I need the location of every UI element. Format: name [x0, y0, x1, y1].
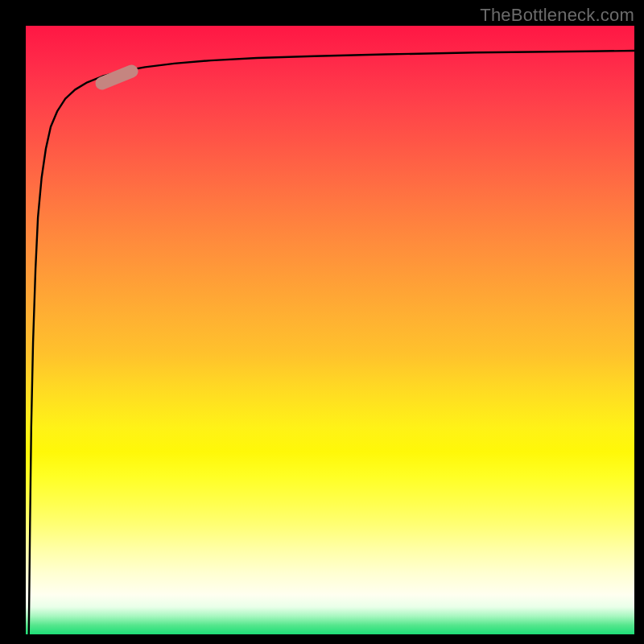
chart-stage: TheBottleneck.com — [0, 0, 644, 644]
attribution-text: TheBottleneck.com — [480, 5, 634, 26]
chart-plot-area — [26, 26, 634, 634]
